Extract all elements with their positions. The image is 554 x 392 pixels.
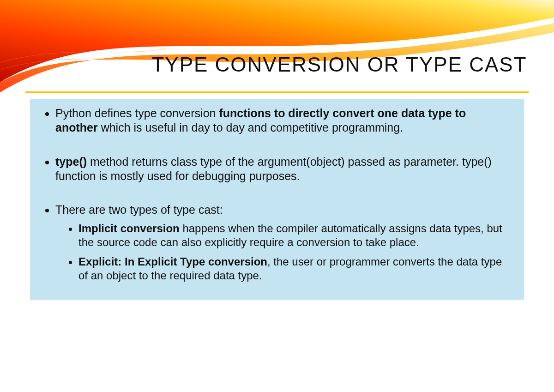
bullet-3-intro: There are two types of type cast: <box>55 203 223 216</box>
bullet-1: Python defines type conversion functions… <box>55 106 510 135</box>
bullet-1-pre: Python defines type conversion <box>55 107 219 120</box>
bullet-2: type() method returns class type of the … <box>55 155 510 184</box>
title-underline <box>25 91 529 93</box>
bullet-1-post: which is useful in day to day and compet… <box>98 121 403 134</box>
bullet-2-bold: type() <box>55 155 87 168</box>
bullet-list: Python defines type conversion functions… <box>44 106 510 283</box>
bullet-2-post: method returns class type of the argumen… <box>55 155 492 182</box>
sub-list: Implicit conversion happens when the com… <box>55 222 510 283</box>
slide-title: TYPE CONVERSION OR TYPE CAST <box>13 53 541 76</box>
sub-1-bold: Implicit conversion <box>78 222 180 235</box>
bullet-3: There are two types of type cast: Implic… <box>55 203 510 283</box>
content-box: Python defines type conversion functions… <box>30 99 524 300</box>
sub-bullet-1: Implicit conversion happens when the com… <box>78 222 510 249</box>
sub-bullet-2: Explicit: In Explicit Type conversion, t… <box>78 255 510 283</box>
sub-2-bold: Explicit: In Explicit Type conversion <box>78 255 267 268</box>
header-swoosh <box>0 0 554 92</box>
